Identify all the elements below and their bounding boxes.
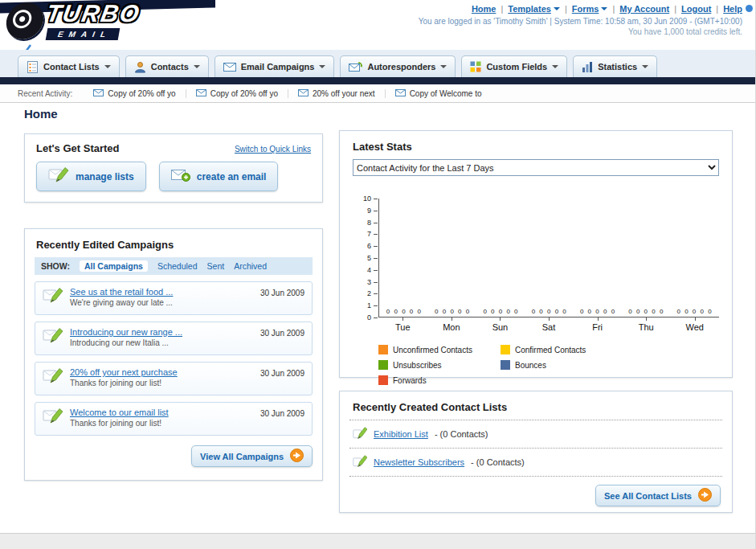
manage-lists-button[interactable]: manage lists bbox=[36, 162, 146, 191]
nav-separator bbox=[563, 4, 569, 14]
pencil-paper-icon bbox=[48, 166, 69, 186]
y-tick-label: 6 bbox=[353, 242, 378, 250]
chevron-down-icon bbox=[319, 65, 325, 68]
value-label-group: 0 0 0 0 0 bbox=[525, 308, 574, 315]
campaign-title-link[interactable]: Introducing our new range ... bbox=[70, 327, 182, 337]
recent-activity-item[interactable]: Copy of 20% off yo bbox=[84, 89, 186, 98]
pencil-icon bbox=[353, 454, 367, 470]
nav-home[interactable]: Home bbox=[472, 4, 497, 14]
switch-quick-links-link[interactable]: Switch to Quick Links bbox=[235, 145, 311, 154]
nav-separator bbox=[611, 4, 616, 14]
app-logo: TURBO EMAIL bbox=[6, 2, 141, 40]
tab-autoresponders[interactable]: Autoresponders bbox=[340, 55, 456, 77]
nav-templates[interactable]: Templates bbox=[508, 4, 560, 14]
contact-activity-chart: 109876543210 0 0 0 0 00 0 0 0 00 0 0 0 0… bbox=[353, 199, 719, 332]
tab-contact-lists[interactable]: Contact Lists bbox=[18, 55, 120, 77]
custom-fields-icon bbox=[470, 61, 481, 72]
chevron-down-icon bbox=[554, 7, 560, 10]
footer bbox=[0, 533, 755, 549]
y-tick-label: 1 bbox=[353, 301, 378, 309]
tab-email-campaigns[interactable]: Email Campaigns bbox=[215, 55, 335, 77]
header: TURBO EMAIL Home Templates Forms My Acco… bbox=[0, 0, 755, 50]
legend-swatch bbox=[378, 360, 388, 370]
legend-label: Unconfirmed Contacts bbox=[393, 346, 472, 354]
recent-activity-item[interactable]: Copy of Welcome to bbox=[386, 89, 492, 98]
recent-contact-lists-panel: Recently Created Contact Lists Exhibitio… bbox=[339, 391, 733, 513]
campaign-subtitle: Thanks for joining our list! bbox=[70, 419, 169, 428]
y-tick-label: 8 bbox=[353, 219, 378, 227]
contact-list-link[interactable]: Exhibition List bbox=[374, 429, 428, 439]
show-label: SHOW: bbox=[41, 261, 70, 271]
chevron-down-icon bbox=[642, 65, 648, 68]
logo-disc-icon bbox=[4, 2, 46, 39]
x-tick-label: Thu bbox=[622, 322, 671, 332]
contact-list-item[interactable]: Exhibition List - (0 Contacts) bbox=[349, 420, 722, 449]
x-axis-labels: TueMonSunSatFriThuWed bbox=[378, 318, 719, 332]
get-started-panel: Let's Get Started Switch to Quick Links … bbox=[24, 133, 323, 203]
filter-scheduled[interactable]: Scheduled bbox=[157, 261, 198, 271]
x-tick-label: Sat bbox=[525, 322, 574, 332]
recent-activity-bar: Recent Activity: Copy of 20% off yo Copy… bbox=[0, 84, 755, 103]
main-nav-tabs: Contact Lists Contacts Email Campaigns A… bbox=[0, 50, 755, 77]
contact-list-items: Exhibition List - (0 Contacts) Newslette… bbox=[349, 420, 722, 477]
nav-separator bbox=[672, 4, 678, 14]
tab-label: Email Campaigns bbox=[241, 62, 315, 72]
view-all-campaigns-button[interactable]: View All Campaigns bbox=[191, 445, 313, 467]
stats-period-select[interactable]: Contact Activity for the Last 7 Days bbox=[353, 159, 719, 176]
tab-statistics[interactable]: Statistics bbox=[573, 55, 657, 77]
y-tick-label: 5 bbox=[353, 254, 378, 262]
campaign-rows: See us at the retail food ... We're givi… bbox=[25, 275, 322, 436]
tab-custom-fields[interactable]: Custom Fields bbox=[461, 55, 567, 77]
email-icon bbox=[395, 89, 406, 98]
campaign-row[interactable]: 20% off your next purchase Thanks for jo… bbox=[35, 362, 313, 395]
campaign-title-link[interactable]: See us at the retail food ... bbox=[70, 287, 173, 297]
see-all-contact-lists-button[interactable]: See All Contact Lists bbox=[595, 485, 721, 506]
chart-legend: Unconfirmed ContactsConfirmed ContactsUn… bbox=[378, 345, 719, 385]
contact-list-link[interactable]: Newsletter Subscribers bbox=[374, 457, 464, 467]
campaign-title-link[interactable]: 20% off your next purchase bbox=[70, 367, 178, 377]
x-tick-label: Sun bbox=[476, 322, 525, 332]
nav-forms[interactable]: Forms bbox=[572, 4, 608, 14]
y-tick-label: 3 bbox=[353, 278, 378, 286]
filter-archived[interactable]: Archived bbox=[234, 261, 267, 271]
chevron-down-icon bbox=[552, 65, 558, 68]
value-labels-row: 0 0 0 0 00 0 0 0 00 0 0 0 00 0 0 0 00 0 … bbox=[380, 308, 719, 315]
create-email-button[interactable]: create an email bbox=[159, 162, 279, 191]
nav-my-account[interactable]: My Account bbox=[619, 4, 669, 14]
recent-activity-label: Recent Activity: bbox=[18, 89, 72, 98]
email-icon bbox=[93, 89, 104, 98]
recent-activity-item[interactable]: Copy of 20% off yo bbox=[186, 89, 288, 98]
autoresponders-icon bbox=[349, 62, 362, 72]
nav-divider-bar bbox=[0, 77, 755, 84]
x-tick-label: Fri bbox=[573, 322, 622, 332]
chevron-down-icon bbox=[194, 65, 200, 68]
campaign-row[interactable]: See us at the retail food ... We're givi… bbox=[35, 281, 313, 315]
campaign-subtitle: Thanks for joining our list! bbox=[70, 379, 178, 387]
x-tick-label: Mon bbox=[427, 322, 476, 332]
campaign-row[interactable]: Introducing our new range ... Introducin… bbox=[35, 322, 313, 355]
recent-activity-item[interactable]: 20% off your next bbox=[288, 89, 386, 98]
nav-separator bbox=[714, 4, 720, 14]
envelope-pencil-icon bbox=[43, 287, 63, 308]
nav-logout[interactable]: Logout bbox=[681, 4, 711, 14]
campaign-title-link[interactable]: Welcome to our email list bbox=[70, 408, 169, 417]
logo-title: TURBO bbox=[44, 2, 142, 26]
y-tick-label: 4 bbox=[353, 266, 378, 274]
corner-dot bbox=[746, 5, 753, 12]
contact-list-item[interactable]: Newsletter Subscribers - (0 Contacts) bbox=[349, 449, 722, 477]
y-tick-label: 7 bbox=[353, 230, 378, 238]
email-icon bbox=[298, 89, 309, 98]
legend-swatch bbox=[378, 345, 388, 354]
app-window: TURBO EMAIL Home Templates Forms My Acco… bbox=[0, 0, 756, 549]
campaign-row[interactable]: Welcome to our email list Thanks for joi… bbox=[35, 402, 313, 436]
tab-contacts[interactable]: Contacts bbox=[125, 55, 209, 77]
envelope-pencil-icon bbox=[43, 327, 63, 348]
arrow-right-icon bbox=[698, 488, 712, 503]
campaign-date: 30 Jun 2009 bbox=[260, 287, 304, 297]
nav-help[interactable]: Help bbox=[723, 4, 742, 14]
filter-all-campaigns[interactable]: All Campaigns bbox=[80, 260, 148, 272]
value-label-group: 0 0 0 0 0 bbox=[380, 308, 428, 315]
tab-label: Contacts bbox=[151, 62, 189, 72]
value-label-group: 0 0 0 0 0 bbox=[428, 308, 476, 315]
filter-sent[interactable]: Sent bbox=[207, 261, 225, 271]
